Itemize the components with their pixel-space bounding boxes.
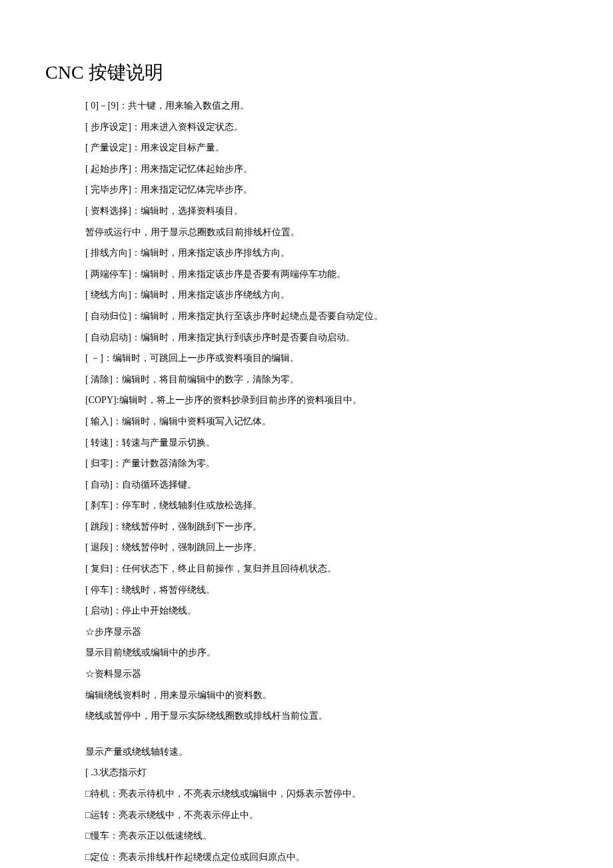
text-line: 编辑绕线资料时，用来显示编辑中的资料数。 [85,687,568,705]
blank-line [85,729,568,743]
text-line: [ 自动]：自动循环选择键。 [85,476,568,494]
document-title: CNC 按键说明 [45,60,568,85]
text-line: [COPY]:编辑时，将上一步序的资料抄录到目前步序的资料项目中。 [85,392,568,410]
text-line: [ 复归]：任何状态下，终止目前操作，复归并且回待机状态。 [85,560,568,578]
text-line: [ 跳段]：绕线暂停时，强制跳到下一步序。 [85,518,568,536]
text-line: [ 自动启动]：编辑时，用来指定执行到该步序时是否要自动启动。 [85,329,568,347]
text-line: [ 绕线方向]：编辑时，用来指定该步序绕线方向。 [85,286,568,304]
text-line: ☆步序显示器 [85,624,568,642]
text-line: [ 排线方向]：编辑时，用来指定该步序排线方向。 [85,244,568,262]
text-line: ☆资料显示器 [85,665,568,683]
text-line: [ 归零]：产量计数器清除为零。 [85,455,568,473]
text-line: 显示目前绕线或编辑中的步序。 [85,644,568,662]
text-line: [ 刹车]：停车时，绕线轴刹住或放松选择。 [85,497,568,515]
text-line: [ 两端停车]：编辑时，用来指定该步序是否要有两端停车功能。 [85,266,568,284]
text-line: [ －]：编辑时，可跳回上一步序或资料项目的编辑。 [85,350,568,368]
text-line: 显示产量或绕线轴转速。 [85,743,568,761]
text-line: [ .3.状态指示灯 [85,764,568,782]
text-line: [ 完毕步序]：用来指定记忆体完毕步序。 [85,181,568,199]
text-line: [ 步序设定]：用来进入资料设定状态。 [85,119,568,137]
text-line: □慢车：亮表示正以低速绕线。 [85,827,568,845]
text-line: □运转：亮表示绕线中，不亮表示停止中。 [85,807,568,825]
text-line: [ 停车]：绕线时，将暂停绕线。 [85,582,568,600]
text-line: [ 输入]：编辑时，编辑中资料项写入记忆体。 [85,413,568,431]
text-line: [ 自动归位]：编辑时，用来指定执行至该步序时起绕点是否要自动定位。 [85,308,568,326]
document-page: CNC 按键说明 [ 0]－[9]：共十键，用来输入数值之用。 [ 步序设定]：… [0,0,613,868]
document-content: [ 0]－[9]：共十键，用来输入数值之用。 [ 步序设定]：用来进入资料设定状… [45,97,568,868]
text-line: [ 0]－[9]：共十键，用来输入数值之用。 [85,97,568,115]
text-line: □待机：亮表示待机中，不亮表示绕线或编辑中，闪烁表示暂停中。 [85,785,568,803]
text-line: 绕线或暂停中，用于显示实际绕线圈数或排线杆当前位置。 [85,707,568,725]
text-line: [ 启动]：停止中开始绕线。 [85,602,568,620]
text-line: 暂停或运行中，用于显示总圈数或目前排线杆位置。 [85,224,568,242]
text-line: □定位：亮表示排线杆作起绕缓点定位或回归原点中。 [85,849,568,867]
text-line: [ 转速]：转速与产量显示切换。 [85,434,568,452]
text-line: [ 起始步序]：用来指定记忆体起始步序。 [85,161,568,179]
text-line: [ 资料选择]：编辑时，选择资料项目。 [85,203,568,220]
text-line: [ 清除]：编辑时，将目前编辑中的数字，清除为零。 [85,371,568,389]
text-line: [ 产量设定]：用来设定目标产量。 [85,139,568,157]
text-line: [ 退段]：绕线暂停时，强制跳回上一步序。 [85,539,568,557]
